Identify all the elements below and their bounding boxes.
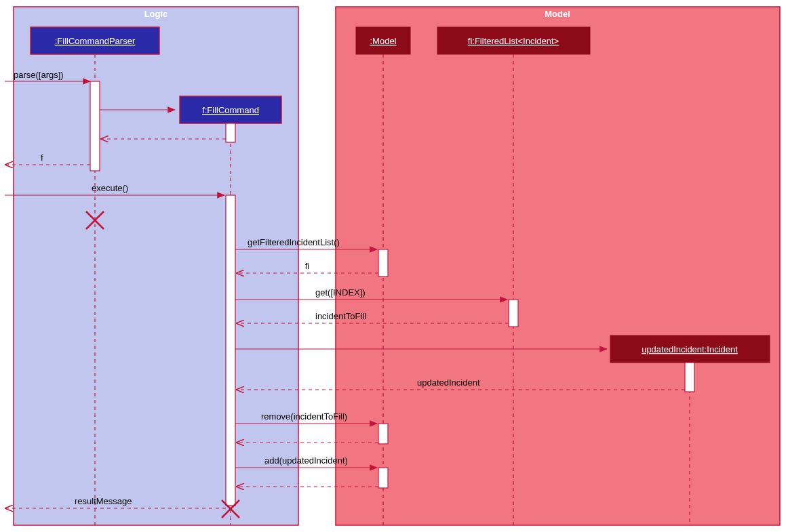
return-f-label: f bbox=[41, 152, 43, 163]
return-fi-label: fi bbox=[305, 261, 310, 271]
msg-add-label: add(updatedIncident) bbox=[264, 455, 348, 466]
model-box-label: Model bbox=[545, 9, 570, 19]
logic-box bbox=[14, 7, 298, 525]
activation-model-getfiltered bbox=[378, 249, 388, 277]
participant-parser-label: :FillCommandParser bbox=[55, 36, 136, 46]
msg-getfiltered-label: getFilteredIncidentList() bbox=[248, 237, 340, 247]
activation-command-create bbox=[226, 123, 235, 142]
logic-box-label: Logic bbox=[144, 9, 168, 19]
sequence-diagram: Logic Model :FillCommandParser :Model fi… bbox=[3, 3, 785, 529]
activation-filtered-get bbox=[509, 300, 518, 327]
participant-filteredlist-label: fi:FilteredList<Incident> bbox=[468, 36, 559, 46]
participant-model-label: :Model bbox=[370, 36, 396, 46]
return-incidenttofill-label: incidentToFill bbox=[315, 311, 366, 321]
return-updatedincident-label: updatedIncident bbox=[417, 377, 480, 388]
activation-parser bbox=[90, 81, 100, 171]
msg-remove-label: remove(incidentToFill) bbox=[261, 411, 347, 422]
participant-command-label: f:FillCommand bbox=[202, 105, 259, 115]
msg-execute-label: execute() bbox=[92, 183, 128, 193]
msg-getindex-label: get([INDEX]) bbox=[315, 287, 366, 298]
return-resultmessage-label: resultMessage bbox=[75, 496, 132, 506]
activation-model-add bbox=[378, 468, 388, 488]
participant-incident-label: updatedIncident:Incident bbox=[642, 344, 738, 354]
activation-incident-create bbox=[685, 363, 694, 392]
activation-command-execute bbox=[226, 195, 235, 506]
activation-model-remove bbox=[378, 424, 388, 444]
model-box bbox=[336, 7, 780, 525]
msg-parse-label: parse([args]) bbox=[14, 70, 64, 80]
